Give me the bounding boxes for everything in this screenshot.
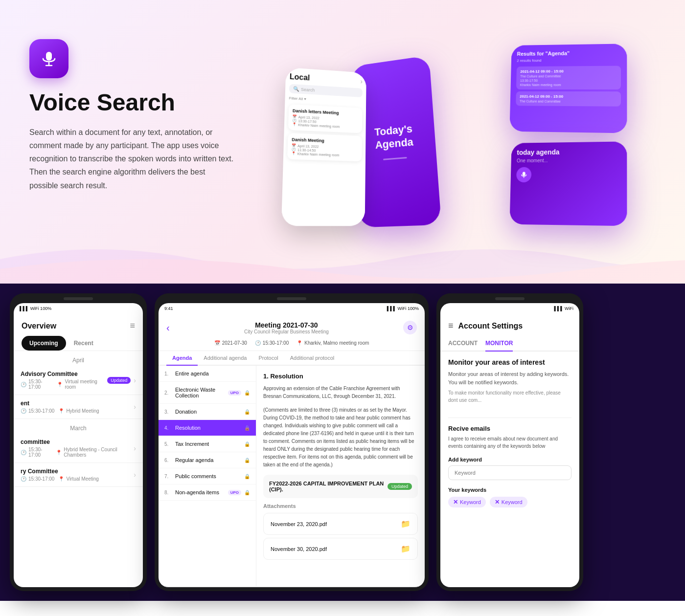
receive-desc: I agree to receive emails about new docu… (448, 435, 571, 450)
download-icon-2[interactable]: 📁 (401, 544, 411, 553)
results-title: Results for "Agenda" (517, 50, 570, 57)
clock-icon-list3: 🕐 (21, 450, 26, 455)
meeting-subtitle: City Council Regular Business Meeting (244, 329, 329, 334)
phone-local-screen: Local › 🔍 Search Filter All ▾ Danish let… (281, 67, 366, 226)
back-button[interactable]: ‹ (166, 322, 170, 333)
meeting-title: Meeting 2021-07-30 (244, 321, 329, 329)
section-march: March (14, 419, 143, 434)
receive-emails-section: Recive emails I agree to receive emails … (440, 418, 579, 514)
keyword-remove-2[interactable]: ✕ (495, 499, 500, 506)
agenda-sidebar: 1. Entire agenda 2. Electronic Waste Col… (159, 366, 256, 586)
tablet-account-settings: ▌▌▌ WiFi ≡ Account Settings ACCOUNT MONI… (436, 293, 583, 591)
attachment-row-2[interactable]: November 30, 2020.pdf 📁 (263, 538, 418, 560)
meeting-card-danish[interactable]: Danish Meeting 📅 April 13, 2022 🕐 11:30-… (287, 133, 362, 161)
tablet-notch-left (64, 297, 93, 300)
arrow-icon: › (361, 78, 363, 85)
meeting-card-danish-letters[interactable]: Danish letters Meeting 📅 April 13, 2022 … (288, 104, 363, 133)
meta-location: Kharkiv, Malmo meeting room (304, 340, 369, 346)
agenda-item-public[interactable]: 7. Public comments 🔒 (159, 468, 256, 484)
download-icon-1[interactable]: 📁 (401, 519, 411, 528)
agenda-item-regular[interactable]: 6. Regular agenda 🔒 (159, 452, 256, 468)
clock-icon-list4: 🕐 (21, 476, 26, 482)
one-moment-label: One moment... (517, 158, 548, 163)
local-header-text: Local (290, 72, 310, 82)
settings-button[interactable]: ⚙ (403, 321, 417, 334)
bottom-section: ▌▌▌ WiFi 100% Overview ≡ Upcoming Recent… (0, 284, 685, 601)
attachment-2-name: November 30, 2020.pdf (271, 546, 327, 552)
meta-date: 2021-07-30 (222, 340, 247, 346)
keyword-input[interactable] (448, 465, 571, 480)
tab-upcoming[interactable]: Upcoming (22, 336, 66, 351)
meeting-meta: 📅 2021-07-30 🕐 15:30-17:00 📍 Kharkiv, Ma… (159, 337, 425, 351)
tab-protocol[interactable]: Protocol (252, 351, 284, 366)
tab-agenda[interactable]: Agenda (166, 351, 198, 366)
attachment-row-1[interactable]: November 23, 2020.pdf 📁 (263, 513, 418, 535)
clock-meta-icon: 🕐 (255, 340, 261, 346)
agenda-content: 1. Resolution Approving an extension of … (256, 366, 425, 586)
agenda-item-entire[interactable]: 1. Entire agenda (159, 366, 256, 382)
keyword-label-2: Keyword (502, 499, 523, 505)
agenda-item-nonagenda[interactable]: 8. Non-agenda items UPO 🔒 (159, 484, 256, 501)
location-icon: 📍 (292, 122, 297, 126)
cip-title: FY2022-2026 CAPITAL IMPROVEMENT PLAN (CI… (269, 481, 388, 492)
keyword-remove-1[interactable]: ✕ (453, 499, 458, 506)
page-description: Search within a document for any text, a… (29, 126, 235, 192)
lock-icon-public: 🔒 (244, 474, 250, 479)
tablet-notch-right (495, 297, 525, 300)
account-settings-title: Account Settings (458, 322, 523, 330)
tab-additional-agenda[interactable]: Additional agenda (198, 351, 252, 366)
account-tabs: ACCOUNT MONITOR (440, 336, 579, 352)
attachment-1-name: November 23, 2020.pdf (271, 521, 327, 527)
agenda-item-tax[interactable]: 5. Tax Increment 🔒 (159, 436, 256, 452)
svg-rect-0 (46, 52, 52, 61)
phones-area: Local › 🔍 Search Filter All ▾ Danish let… (254, 29, 656, 264)
chevron-right-icon: › (134, 376, 136, 384)
location-icon-list: 📍 (57, 382, 63, 387)
menu-icon[interactable]: ≡ (130, 321, 135, 331)
filter-row[interactable]: Filter All ▾ (289, 96, 306, 101)
calendar-meta-icon: 📅 (214, 340, 220, 346)
tab-recent[interactable]: Recent (66, 336, 101, 351)
keyword-chip-2[interactable]: ✕ Keyword (490, 497, 527, 507)
mic-button-small[interactable] (516, 167, 531, 182)
agenda-tabs: Agenda Additional agenda Protocol Additi… (159, 351, 425, 366)
lock-icon-tax: 🔒 (244, 441, 250, 447)
keywords-list: ✕ Keyword ✕ Keyword (448, 497, 571, 507)
agenda-item-donation[interactable]: 3. Donation 🔒 (159, 404, 256, 420)
location-icon-list2: 📍 (58, 408, 64, 414)
list-item-committee[interactable]: committee 🕐 15:30-17:00 📍 Hybrid Meeting… (14, 434, 143, 463)
add-keyword-label: Add keyword (448, 457, 571, 462)
monitor-note: To make monitor functionality more effec… (448, 389, 571, 404)
clock-icon-list: 🕐 (21, 382, 26, 387)
tablet-overview-screen: ▌▌▌ WiFi 100% Overview ≡ Upcoming Recent… (14, 303, 143, 587)
receive-title: Recive emails (448, 425, 571, 432)
search-bar-mini[interactable]: 🔍 Search (289, 84, 363, 97)
updated-badge: Updated (107, 377, 131, 384)
keyword-chip-1[interactable]: ✕ Keyword (448, 497, 486, 507)
signal-status: ▌▌▌ WiFi 100% (20, 306, 51, 311)
chevron-right-icon2: › (134, 403, 136, 411)
list-item-ry-committee[interactable]: ry Committee 🕐 15:30-17:00 📍 Virtual Mee… (14, 463, 143, 487)
tablet-agenda-screen: 9:41 ▌▌▌ WiFi 100% ‹ Meeting 2021-07-30 … (159, 303, 425, 587)
location-meta-icon: 📍 (297, 340, 302, 346)
upo-badge-nonagenda: UPO (228, 490, 241, 495)
battery-status: ▌▌▌ WiFi 100% (387, 306, 419, 311)
tablet-settings-screen: ▌▌▌ WiFi ≡ Account Settings ACCOUNT MONI… (440, 303, 579, 587)
attachments-label: Attachments (263, 503, 418, 509)
results-subtitle: 2 results found (517, 58, 541, 63)
monitor-section: Monitor your areas of interest Monitor y… (440, 352, 579, 418)
chevron-right-icon4: › (134, 471, 136, 479)
list-item-advisory[interactable]: Advisory Committee 🕐 15:30-17:00 📍 Virtu… (14, 366, 143, 395)
page-title: Voice Search (29, 90, 254, 116)
agenda-item-resolution[interactable]: 4. Resolution 🔒 (159, 420, 256, 436)
tab-account[interactable]: ACCOUNT (448, 336, 478, 352)
agenda-header: ‹ Meeting 2021-07-30 City Council Regula… (159, 314, 425, 337)
meta-time: 15:30-17:00 (263, 340, 289, 346)
list-item-ent[interactable]: ent 🕐 15:30-17:00 📍 Hybrid Meeting › (14, 395, 143, 419)
agenda-item-ewc[interactable]: 2. Electronic Waste Collection UPO 🔒 (159, 382, 256, 404)
hamburger-icon[interactable]: ≡ (448, 321, 454, 331)
tab-monitor[interactable]: MONITOR (485, 336, 513, 352)
tab-additional-protocol[interactable]: Additional protocol (284, 351, 341, 366)
left-content: Voice Search Search within a document fo… (29, 29, 254, 192)
result-card-2: 2021-04-12 09:00 - 15:00 The Culture and… (516, 91, 621, 107)
